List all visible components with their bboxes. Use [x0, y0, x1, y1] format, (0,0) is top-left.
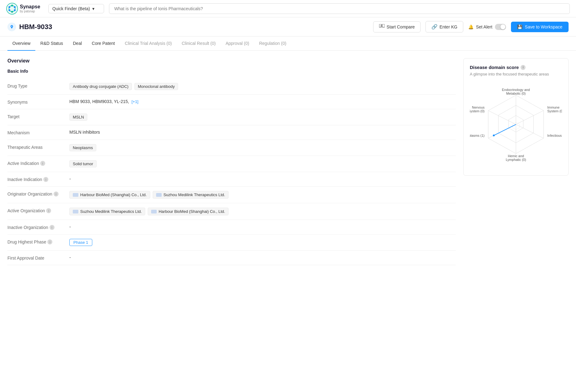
active-indication-tag: Solid tumor [69, 160, 97, 167]
logo: Synapse by patsnap [6, 3, 43, 15]
svg-text:Neoplasms (1): Neoplasms (1) [470, 134, 485, 137]
drug-type-tag-mono: Monoclonal antibody [134, 83, 178, 90]
logo-sub-label: by patsnap [20, 10, 40, 13]
drug-type-value: Antibody drug conjugate (ADC) Monoclonal… [69, 83, 456, 90]
suzhou-active-flag-icon [73, 210, 78, 213]
active-indication-label: Active Indication i [7, 160, 69, 166]
enter-kg-button[interactable]: 🔗 Enter KG [425, 21, 463, 32]
originator-org-tag-harbour[interactable]: Harbour BioMed (Shanghai) Co., Ltd. [69, 191, 150, 199]
drug-highest-phase-label: Drug Highest Phase i [7, 239, 69, 244]
svg-text:Nervous: Nervous [472, 106, 485, 109]
mechanism-row: Mechanism MSLN inhibitors [7, 125, 456, 140]
header-actions: VS Start Compare 🔗 Enter KG 🔔 Set Alert … [373, 21, 569, 32]
tab-clinical-result[interactable]: Clinical Result (0) [177, 37, 221, 51]
quick-finder-dropdown[interactable]: Quick Finder (Beta) ▾ [48, 4, 104, 13]
drug-name: HBM-9033 [19, 23, 52, 31]
svg-line-18 [516, 124, 543, 138]
first-approval-date-row: First Approval Date - [7, 251, 456, 265]
set-alert-label: Set Alert [476, 24, 492, 29]
active-org-tag-harbour[interactable]: Harbour BioMed (Shanghai) Co., Ltd. [148, 208, 229, 215]
set-alert-area: 🔔 Set Alert [468, 24, 506, 30]
active-indication-info-icon[interactable]: i [40, 161, 45, 166]
tab-clinical-trial[interactable]: Clinical Trial Analysis (0) [120, 37, 177, 51]
start-compare-button[interactable]: VS Start Compare [373, 21, 421, 32]
inactive-org-info-icon[interactable]: i [50, 225, 55, 230]
drug-type-row: Drug Type Antibody drug conjugate (ADC) … [7, 79, 456, 95]
first-approval-date-label: First Approval Date [7, 255, 69, 261]
synonyms-more-link[interactable]: [+1] [132, 99, 138, 104]
tab-deal[interactable]: Deal [68, 37, 87, 51]
svg-text:Infectious (0): Infectious (0) [547, 134, 562, 137]
mechanism-label: Mechanism [7, 130, 69, 135]
inactive-indication-value: - [69, 176, 456, 181]
active-org-tag-suzhou[interactable]: Suzhou Medilink Therapeutics Ltd. [69, 208, 145, 215]
inactive-indication-info-icon[interactable]: i [43, 177, 48, 182]
tab-rd-status[interactable]: R&D Status [35, 37, 68, 51]
search-input[interactable] [109, 3, 570, 14]
svg-point-5 [11, 11, 13, 13]
therapeutic-areas-row: Therapeutic Areas Neoplasms [7, 140, 456, 156]
active-org-label: Active Organization i [7, 208, 69, 213]
suzhou-flag-icon [156, 193, 162, 197]
originator-org-tag-suzhou[interactable]: Suzhou Medilink Therapeutics Ltd. [153, 191, 229, 199]
drug-highest-phase-tag: Phase 1 [69, 239, 92, 246]
svg-line-21 [488, 110, 516, 124]
drug-highest-phase-info-icon[interactable]: i [47, 239, 52, 244]
tab-overview[interactable]: Overview [7, 37, 35, 51]
svg-point-24 [493, 135, 495, 136]
harbour-flag-icon [73, 193, 78, 197]
originator-org-value: Harbour BioMed (Shanghai) Co., Ltd. Suzh… [69, 191, 456, 199]
svg-text:Hemic and: Hemic and [508, 154, 524, 158]
synonyms-value: HBM 9033, HBM9033, YL-215, [+1] [69, 99, 456, 104]
mechanism-text: MSLN inhibitors [69, 130, 100, 135]
radar-chart-container: Endocrinology and Metabolic (0) Immune S… [470, 83, 562, 169]
start-compare-label: Start Compare [386, 24, 415, 29]
alert-toggle[interactable] [495, 24, 506, 30]
active-org-info-icon[interactable]: i [46, 208, 51, 213]
target-row: Target MSLN [7, 109, 456, 125]
drug-highest-phase-value: Phase 1 [69, 239, 456, 246]
finder-label: Quick Finder (Beta) [52, 6, 90, 11]
tab-approval[interactable]: Approval (0) [220, 37, 254, 51]
svg-text:System (0): System (0) [547, 109, 562, 113]
score-card-subtitle: A glimpse into the focused therapeutic a… [470, 72, 562, 76]
therapeutic-areas-value: Neoplasms [69, 144, 456, 151]
inactive-org-dash: - [69, 224, 71, 229]
synonyms-text: HBM 9033, HBM9033, YL-215, [69, 99, 129, 104]
svg-point-6 [8, 9, 10, 11]
main-content: Overview Basic Info Drug Type Antibody d… [0, 51, 576, 273]
target-label: Target [7, 114, 69, 119]
top-navigation: Synapse by patsnap Quick Finder (Beta) ▾ [0, 0, 576, 17]
enter-kg-label: Enter KG [439, 24, 457, 29]
score-card-title: Disease domain score i [470, 65, 562, 70]
svg-text:Lymphatic (0): Lymphatic (0) [506, 158, 526, 162]
originator-org-row: Originator Organization i Harbour BioMed… [7, 187, 456, 203]
active-org-row: Active Organization i Suzhou Medilink Th… [7, 203, 456, 220]
basic-info-title: Basic Info [7, 69, 456, 74]
synonyms-label: Synonyms [7, 99, 69, 105]
svg-line-23 [494, 124, 516, 136]
therapeutic-areas-label: Therapeutic Areas [7, 144, 69, 150]
tab-core-patent[interactable]: Core Patent [87, 37, 120, 51]
drug-name-area: HBM-9033 [7, 23, 52, 31]
save-to-workspace-button[interactable]: 💾 Save to Workspace [511, 22, 569, 32]
originator-org-info-icon[interactable]: i [54, 192, 59, 196]
mechanism-value: MSLN inhibitors [69, 130, 456, 135]
right-panel: Disease domain score i A glimpse into th… [463, 58, 569, 265]
tabs-bar: Overview R&D Status Deal Core Patent Cli… [0, 37, 576, 51]
score-info-icon[interactable]: i [521, 65, 526, 70]
active-org-value: Suzhou Medilink Therapeutics Ltd. Harbou… [69, 208, 456, 215]
svg-point-7 [8, 6, 10, 8]
svg-point-2 [11, 5, 13, 6]
logo-synapse-label: Synapse [20, 4, 40, 10]
target-value: MSLN [69, 114, 456, 121]
svg-text:System (0): System (0) [470, 109, 485, 113]
drug-header: HBM-9033 VS Start Compare 🔗 Enter KG 🔔 S… [0, 17, 576, 37]
synonyms-row: Synonyms HBM 9033, HBM9033, YL-215, [+1] [7, 95, 456, 109]
svg-point-8 [11, 26, 12, 27]
drug-icon [7, 23, 16, 31]
tab-regulation[interactable]: Regulation (0) [254, 37, 291, 51]
overview-title: Overview [7, 58, 456, 64]
inactive-org-value: - [69, 224, 456, 229]
drug-type-label: Drug Type [7, 83, 69, 88]
